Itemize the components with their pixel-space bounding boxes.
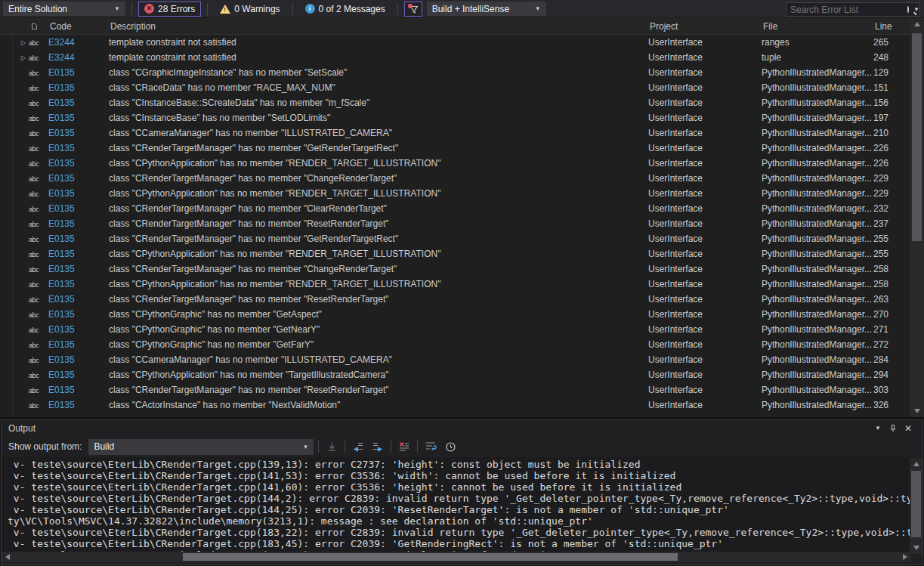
error-file: PythonIllustratedManager... (762, 188, 873, 199)
error-code-link[interactable]: E0135 (48, 400, 75, 410)
error-code-link[interactable]: E0135 (48, 188, 75, 199)
filter-mode-dropdown[interactable]: Build + IntelliSense ▼ (427, 2, 546, 16)
table-row[interactable]: abcE0135class "CCameraManager" has no me… (0, 352, 910, 367)
clear-all-icon[interactable] (396, 439, 413, 454)
scroll-left-arrow[interactable] (2, 552, 14, 562)
error-code-link[interactable]: E0135 (48, 113, 75, 123)
intellisense-error-icon: abc (29, 82, 48, 93)
table-row[interactable]: abcE0135class "CInstanceBase::SCreateDat… (0, 95, 910, 110)
header-severity-column[interactable] (29, 18, 48, 34)
search-box[interactable]: ▼ (786, 2, 920, 17)
header-description[interactable]: Description (109, 18, 648, 34)
error-list-vertical-scrollbar[interactable] (910, 18, 924, 417)
error-description: class "CRenderTargetManager" has no memb… (109, 294, 648, 305)
gutter-divider (12, 35, 13, 416)
scope-dropdown[interactable]: Entire Solution ▼ (3, 2, 125, 16)
header-file[interactable]: File (762, 18, 873, 34)
table-row[interactable]: abcE0135class "CPythonApplication" has n… (0, 156, 910, 171)
error-code-link[interactable]: E0135 (48, 294, 75, 305)
table-row[interactable]: abcE0135class "CRenderTargetManager" has… (0, 261, 910, 277)
table-row[interactable]: abcE0135class "CRenderTargetManager" has… (0, 382, 910, 397)
table-row[interactable]: abcE0135class "CCameraManager" has no me… (0, 125, 910, 141)
expand-arrow-icon[interactable]: ▷ (0, 39, 29, 46)
error-code-link[interactable]: E0135 (48, 370, 75, 380)
error-code-link[interactable]: E3244 (48, 52, 75, 63)
error-code-link[interactable]: E0135 (48, 218, 75, 229)
table-row[interactable]: abcE0135class "CRenderTargetManager" has… (0, 201, 910, 216)
next-message-icon[interactable] (369, 439, 386, 454)
scroll-up-arrow[interactable] (910, 18, 924, 30)
intellisense-error-icon: abc (29, 52, 48, 63)
window-position-chevron-icon[interactable]: ▼ (870, 422, 885, 435)
previous-message-icon[interactable] (350, 439, 366, 454)
error-code-link[interactable]: E0135 (48, 67, 75, 78)
messages-filter-button[interactable]: i 0 of 2 Messages (299, 2, 391, 17)
table-row[interactable]: abcE0135class "CPythonApplication" has n… (0, 186, 910, 201)
table-row[interactable]: abcE0135class "CRaceData" has no member … (0, 80, 910, 95)
warnings-filter-button[interactable]: 0 Warnings (214, 2, 286, 17)
error-code-link[interactable]: E0135 (48, 143, 75, 153)
table-row[interactable]: abcE0135class "CRenderTargetManager" has… (0, 292, 910, 307)
word-wrap-icon[interactable] (422, 439, 439, 454)
output-horizontal-scrollbar[interactable] (2, 552, 911, 562)
error-code-link[interactable]: E0135 (48, 354, 75, 365)
header-expand-column[interactable] (0, 18, 29, 34)
error-code-link[interactable]: E0135 (48, 279, 75, 289)
table-row[interactable]: ▷abcE3244template constraint not satisfi… (0, 50, 910, 65)
error-code-link[interactable]: E0135 (48, 234, 75, 244)
error-code-link[interactable]: E0135 (48, 309, 75, 320)
error-code-link[interactable]: E0135 (48, 385, 75, 395)
table-row[interactable]: abcE0135class "CRenderTargetManager" has… (0, 141, 910, 156)
table-row[interactable]: abcE0135class "CActorInstance" has no me… (0, 397, 910, 413)
scroll-down-arrow[interactable] (910, 405, 924, 417)
error-description: class "CRenderTargetManager" has no memb… (109, 264, 648, 274)
search-icon[interactable] (907, 6, 909, 13)
error-code-link[interactable]: E0135 (48, 264, 75, 274)
table-row[interactable]: abcE0135class "CPythonGraphic" has no me… (0, 307, 910, 322)
pin-icon[interactable] (885, 422, 901, 435)
error-code-link[interactable]: E0135 (48, 82, 75, 93)
error-description: class "CInstanceBase::SCreateData" has n… (109, 97, 648, 108)
header-code[interactable]: Code (48, 18, 109, 34)
scroll-right-arrow[interactable] (899, 552, 911, 562)
scrollbar-thumb[interactable] (183, 553, 678, 561)
filter-button[interactable] (404, 2, 422, 17)
build-output-console[interactable]: v- teste\source\EterLib\CRenderTarget.cp… (2, 457, 922, 553)
scroll-up-arrow[interactable] (910, 458, 922, 470)
error-description: template constraint not satisfied (109, 52, 648, 63)
expand-arrow-icon[interactable]: ▷ (0, 54, 29, 61)
error-code-link[interactable]: E0135 (48, 249, 75, 259)
error-code-link[interactable]: E0135 (48, 158, 75, 169)
table-row[interactable]: abcE0135class "CPythonGraphic" has no me… (0, 322, 910, 337)
scrollbar-thumb[interactable] (911, 471, 921, 537)
table-row[interactable]: abcE0135class "CInstanceBase" has no mem… (0, 110, 910, 125)
output-vertical-scrollbar[interactable] (910, 458, 922, 554)
error-code-link[interactable]: E0135 (48, 173, 75, 184)
error-code-link[interactable]: E3244 (48, 37, 75, 48)
error-code-link[interactable]: E0135 (48, 324, 75, 335)
table-row[interactable]: abcE0135class "CPythonApplication" has n… (0, 277, 910, 292)
errors-filter-button[interactable]: ✕ 28 Errors (138, 2, 201, 17)
error-code-link[interactable]: E0135 (48, 339, 75, 350)
find-message-in-code-icon[interactable] (323, 439, 340, 454)
table-row[interactable]: abcE0135class "CRenderTargetManager" has… (0, 171, 910, 186)
error-code-link[interactable]: E0135 (48, 128, 75, 138)
table-row[interactable]: abcE0135class "CGraphicImageInstance" ha… (0, 65, 910, 80)
error-code-link[interactable]: E0135 (48, 203, 75, 214)
header-line[interactable]: Line (873, 18, 910, 34)
header-project[interactable]: Project (648, 18, 762, 34)
close-icon[interactable]: ✕ (901, 422, 916, 435)
table-row[interactable]: abcE0135class "CPythonApplication" has n… (0, 246, 910, 261)
table-row[interactable]: abcE0135class "CRenderTargetManager" has… (0, 231, 910, 246)
table-row[interactable]: abcE0135class "CPythonGraphic" has no me… (0, 337, 910, 352)
search-input[interactable] (790, 5, 907, 15)
error-file: PythonIllustratedManager... (762, 385, 873, 395)
output-source-dropdown[interactable]: Build ▼ (88, 439, 314, 455)
table-row[interactable]: abcE0135class "CPythonApplication" has n… (0, 367, 910, 382)
table-row[interactable]: ▷abcE3244template constraint not satisfi… (0, 35, 910, 50)
error-code-link[interactable]: E0135 (48, 97, 75, 108)
scroll-down-arrow[interactable] (910, 542, 922, 554)
clock-icon[interactable] (442, 439, 459, 454)
scrollbar-thumb[interactable] (912, 33, 922, 241)
table-row[interactable]: abcE0135class "CRenderTargetManager" has… (0, 216, 910, 231)
